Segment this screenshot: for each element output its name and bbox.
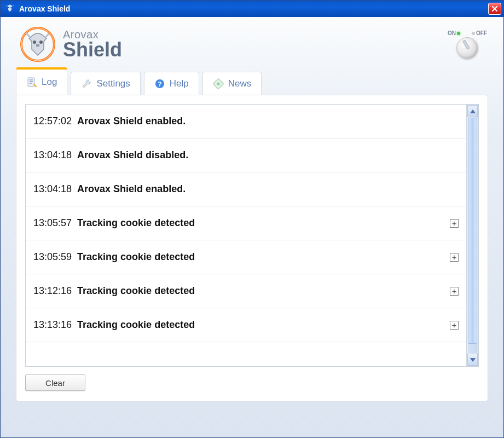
tab-bar: Log Settings ? Help News: [1, 67, 503, 95]
wrench-icon: [81, 78, 92, 89]
svg-point-4: [33, 41, 36, 44]
tab-label: Help: [170, 78, 189, 89]
expand-icon[interactable]: +: [450, 253, 459, 262]
log-row: 13:05:57Tracking cookie detected+: [26, 206, 466, 240]
logo-text: Arovax Shield: [63, 29, 122, 60]
log-box: 12:57:02Arovax Shield enabled.13:04:18Ar…: [25, 104, 479, 367]
log-time: 13:04:18: [33, 149, 72, 161]
window-title: Arovax Shield: [19, 4, 488, 13]
panel: 12:57:02Arovax Shield enabled.13:04:18Ar…: [16, 95, 488, 401]
log-list: 12:57:02Arovax Shield enabled.13:04:18Ar…: [26, 105, 466, 366]
header: Arovax Shield ON OFF: [1, 17, 503, 67]
log-time: 13:04:18: [33, 183, 72, 195]
brand-line2: Shield: [63, 40, 122, 60]
log-message: Tracking cookie detected: [77, 251, 444, 263]
app-icon: [5, 4, 15, 14]
tab-log[interactable]: Log: [16, 67, 67, 95]
log-message: Tracking cookie detected: [77, 319, 444, 331]
expand-icon[interactable]: +: [450, 321, 459, 330]
log-row: 13:12:16Tracking cookie detected+: [26, 274, 466, 308]
svg-rect-6: [36, 44, 39, 47]
news-icon: [213, 78, 224, 89]
chevron-up-icon: [470, 110, 476, 113]
svg-point-5: [39, 41, 43, 44]
logo: Arovax Shield: [20, 27, 445, 62]
scrollbar: [466, 105, 478, 366]
tab-help[interactable]: ? Help: [144, 72, 199, 95]
svg-point-0: [8, 7, 9, 8]
tab-label: News: [228, 78, 252, 89]
toggle-on-label: ON: [448, 30, 461, 36]
tab-label: Settings: [96, 78, 130, 89]
shield-logo-icon: [20, 27, 55, 62]
log-row: 13:13:16Tracking cookie detected+: [26, 308, 466, 342]
help-icon: ?: [154, 78, 165, 89]
log-icon: [26, 77, 37, 88]
log-row: 13:04:18Arovax Shield enabled.: [26, 172, 466, 206]
scroll-track[interactable]: [468, 118, 477, 353]
log-message: Arovax Shield enabled.: [77, 183, 459, 195]
log-time: 13:05:59: [33, 251, 72, 263]
toggle-dial[interactable]: [456, 37, 478, 59]
log-time: 13:05:57: [33, 217, 72, 229]
svg-point-8: [84, 86, 85, 87]
tab-news[interactable]: News: [202, 72, 262, 95]
toggle-off-label: OFF: [471, 30, 487, 36]
log-time: 13:12:16: [33, 285, 72, 297]
expand-icon[interactable]: +: [450, 219, 459, 228]
svg-rect-7: [28, 78, 34, 87]
scroll-down-button[interactable]: [467, 354, 478, 366]
log-row: 12:57:02Arovax Shield enabled.: [26, 105, 466, 139]
power-toggle: ON OFF: [445, 30, 489, 59]
scroll-up-button[interactable]: [467, 105, 478, 117]
log-message: Tracking cookie detected: [77, 217, 444, 229]
scroll-thumb[interactable]: [468, 118, 477, 344]
chevron-down-icon: [470, 358, 476, 362]
svg-point-1: [10, 7, 11, 8]
log-message: Arovax Shield disabled.: [77, 149, 459, 161]
log-time: 13:13:16: [33, 319, 72, 331]
svg-text:?: ?: [158, 80, 161, 88]
expand-icon[interactable]: +: [450, 287, 459, 296]
svg-point-12: [217, 82, 219, 85]
log-message: Tracking cookie detected: [77, 285, 444, 297]
log-time: 12:57:02: [33, 116, 72, 127]
tab-settings[interactable]: Settings: [71, 72, 140, 95]
clear-button[interactable]: Clear: [25, 374, 85, 391]
close-button[interactable]: [488, 3, 501, 15]
titlebar: Arovax Shield: [1, 1, 503, 17]
window: Arovax Shield Arovax Shield: [0, 0, 504, 438]
log-message: Arovax Shield enabled.: [77, 116, 459, 127]
tab-label: Log: [42, 77, 57, 88]
toggle-labels: ON OFF: [445, 30, 489, 36]
log-row: 13:04:18Arovax Shield disabled.: [26, 139, 466, 172]
log-row: 13:05:59Tracking cookie detected+: [26, 240, 466, 274]
